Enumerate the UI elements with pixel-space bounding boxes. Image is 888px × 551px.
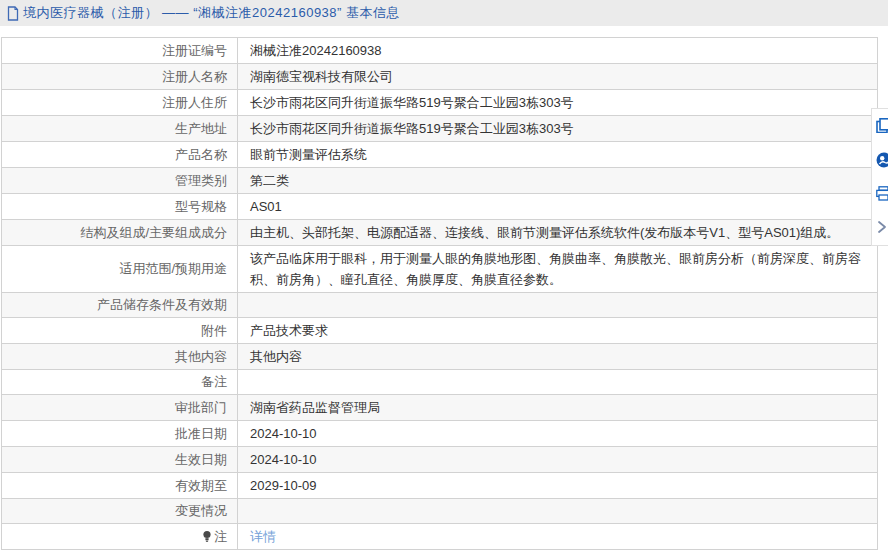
page-title: 境内医疗器械（注册） —— “湘械注准20242160938” 基本信息 — [23, 4, 400, 22]
share-circle-icon[interactable] — [872, 143, 888, 177]
copy-icon[interactable] — [872, 109, 888, 143]
printer-icon[interactable] — [872, 177, 888, 211]
row-value: AS01 — [238, 194, 878, 220]
row-value: 第二类 — [238, 168, 878, 194]
table-row: 管理类别 第二类 — [2, 168, 878, 194]
row-label: 其他内容 — [2, 344, 238, 370]
row-value: 眼前节测量评估系统 — [238, 142, 878, 168]
row-value: 由主机、头部托架、电源配适器、连接线、眼前节测量评估系统软件(发布版本号V1、型… — [238, 220, 878, 246]
row-label: 生效日期 — [2, 447, 238, 473]
row-value: 2029-10-09 — [238, 473, 878, 499]
page-header: 境内医疗器械（注册） —— “湘械注准20242160938” 基本信息 — [0, 0, 888, 26]
chevron-right-icon[interactable] — [872, 211, 888, 245]
row-value: 产品技术要求 — [238, 318, 878, 344]
row-label: 生产地址 — [2, 116, 238, 142]
table-row: 有效期至 2029-10-09 — [2, 473, 878, 499]
row-value — [238, 293, 878, 318]
row-value: 湖南德宝视科技有限公司 — [238, 64, 878, 90]
row-value: 湘械注准20242160938 — [238, 38, 878, 64]
table-row: 其他内容 其他内容 — [2, 344, 878, 370]
side-toolbar — [871, 108, 888, 246]
row-label: 注册人住所 — [2, 90, 238, 116]
table-row: 产品储存条件及有效期 — [2, 293, 878, 318]
table-row: 适用范围/预期用途 该产品临床用于眼科，用于测量人眼的角膜地形图、角膜曲率、角膜… — [2, 246, 878, 293]
note-label: 注 — [214, 529, 227, 544]
row-value: 2024-10-10 — [238, 447, 878, 473]
table-row: 型号规格 AS01 — [2, 194, 878, 220]
table-row: 备注 — [2, 370, 878, 395]
table-row: 结构及组成/主要组成成分 由主机、头部托架、电源配适器、连接线、眼前节测量评估系… — [2, 220, 878, 246]
row-label: 适用范围/预期用途 — [2, 246, 238, 293]
row-value: 详情 — [238, 524, 878, 550]
table-row: 附件 产品技术要求 — [2, 318, 878, 344]
row-value — [238, 370, 878, 395]
row-value: 2024-10-10 — [238, 421, 878, 447]
row-label: 有效期至 — [2, 473, 238, 499]
row-label: 批准日期 — [2, 421, 238, 447]
registration-info-table: 注册证编号 湘械注准20242160938 注册人名称 湖南德宝视科技有限公司 … — [1, 37, 878, 550]
row-value: 湖南省药品监督管理局 — [238, 395, 878, 421]
row-label: 注册证编号 — [2, 38, 238, 64]
table-row: 注册人住所 长沙市雨花区同升街道振华路519号聚合工业园3栋303号 — [2, 90, 878, 116]
row-label: 管理类别 — [2, 168, 238, 194]
row-label: 附件 — [2, 318, 238, 344]
row-label: 备注 — [2, 370, 238, 395]
row-value: 长沙市雨花区同升街道振华路519号聚合工业园3栋303号 — [238, 116, 878, 142]
table-row: 审批部门 湖南省药品监督管理局 — [2, 395, 878, 421]
row-label: 变更情况 — [2, 499, 238, 524]
table-row: 批准日期 2024-10-10 — [2, 421, 878, 447]
row-label: 产品储存条件及有效期 — [2, 293, 238, 318]
table-row-note: 注 详情 — [2, 524, 878, 550]
details-link[interactable]: 详情 — [250, 529, 276, 544]
row-label: 结构及组成/主要组成成分 — [2, 220, 238, 246]
table-row: 生效日期 2024-10-10 — [2, 447, 878, 473]
table-row: 注册证编号 湘械注准20242160938 — [2, 38, 878, 64]
table-row: 注册人名称 湖南德宝视科技有限公司 — [2, 64, 878, 90]
row-label: 注册人名称 — [2, 64, 238, 90]
row-value: 长沙市雨花区同升街道振华路519号聚合工业园3栋303号 — [238, 90, 878, 116]
row-label: 产品名称 — [2, 142, 238, 168]
row-label: 审批部门 — [2, 395, 238, 421]
table-row: 生产地址 长沙市雨花区同升街道振华路519号聚合工业园3栋303号 — [2, 116, 878, 142]
table-row: 变更情况 — [2, 499, 878, 524]
row-label: 注 — [2, 524, 238, 550]
row-value: 其他内容 — [238, 344, 878, 370]
row-value — [238, 499, 878, 524]
document-icon — [7, 6, 19, 21]
row-label: 型号规格 — [2, 194, 238, 220]
bulb-icon — [202, 530, 212, 546]
row-value: 该产品临床用于眼科，用于测量人眼的角膜地形图、角膜曲率、角膜散光、眼前房分析（前… — [238, 246, 878, 293]
table-row: 产品名称 眼前节测量评估系统 — [2, 142, 878, 168]
